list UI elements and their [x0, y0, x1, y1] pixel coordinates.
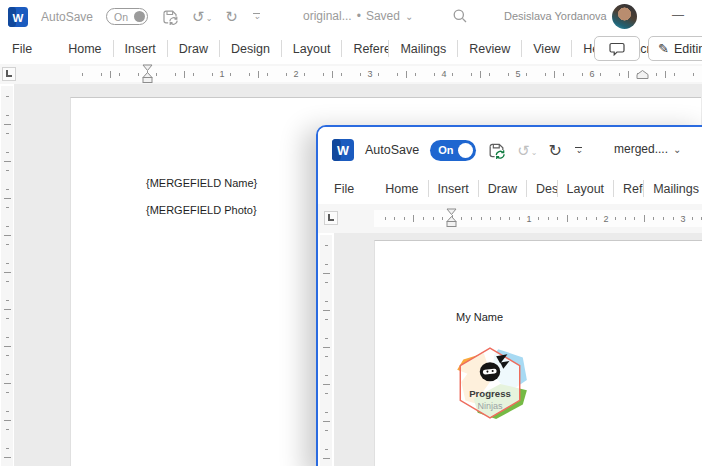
undo-button[interactable]: ↺ ⌄ — [192, 9, 212, 24]
back-titlebar: W AutoSave On ↺ ⌄ ↻ — [0, 0, 702, 33]
tab-mailings[interactable]: Mailings — [644, 182, 702, 196]
autosave-label: AutoSave — [41, 10, 93, 24]
back-ruler-row: 1 2 3 4 5 6 — [0, 64, 702, 84]
toggle-knob — [134, 11, 145, 22]
front-ruler-row: 1 2 3 — [318, 204, 702, 233]
indent-marker-icon[interactable] — [445, 208, 458, 229]
tab-draw[interactable]: Draw — [168, 42, 219, 56]
tab-design[interactable]: Design — [220, 42, 281, 56]
autosave-toggle[interactable]: On — [106, 8, 148, 25]
minimize-button[interactable]: — — [672, 8, 684, 22]
tab-references[interactable]: References — [614, 182, 643, 196]
mergefield-photo-text[interactable]: {MERGEFIELD Photo} — [146, 204, 257, 216]
tab-home[interactable]: Home — [57, 42, 112, 56]
save-icon[interactable] — [161, 8, 179, 26]
save-status: Saved — [366, 9, 400, 23]
tab-file[interactable]: File — [334, 182, 363, 196]
chevron-down-icon: ⌄ — [673, 144, 681, 155]
autosave-label: AutoSave — [365, 143, 419, 157]
chevron-down-icon: ⌄ — [206, 14, 213, 24]
ruler-number: 1 — [524, 214, 533, 223]
ruler-number: 3 — [365, 70, 374, 79]
autosave-toggle-state: On — [438, 144, 453, 156]
front-titlebar: W AutoSave On ↺ ⌄ ↻ — [318, 127, 702, 173]
document-title-dropdown[interactable]: merged.... ⌄ — [614, 142, 681, 156]
ruler-number: 2 — [601, 214, 610, 223]
right-indent-marker-icon[interactable] — [636, 70, 649, 79]
undo-icon: ↺ — [517, 143, 530, 158]
avatar[interactable] — [612, 4, 637, 29]
tab-draw[interactable]: Draw — [479, 182, 526, 196]
redo-button[interactable]: ↻ — [225, 9, 238, 24]
back-horizontal-ruler: 1 2 3 4 5 6 — [70, 66, 702, 82]
autosave-toggle[interactable]: On — [430, 140, 476, 161]
chevron-down-icon: ⌄ — [405, 11, 413, 22]
comments-button[interactable] — [594, 36, 640, 61]
undo-icon: ↺ — [192, 9, 205, 24]
chevron-down-icon: ⌄ — [575, 147, 583, 154]
qat-overflow-button[interactable]: ⌄ — [573, 147, 585, 154]
user-name[interactable]: Desislava Yordanova — [504, 10, 607, 22]
back-vertical-ruler — [1, 86, 13, 466]
ruler-number: 4 — [439, 70, 448, 79]
front-document-page[interactable]: My Name Progress — [374, 240, 702, 466]
front-doc-title: merged.... — [614, 142, 668, 156]
svg-text:W: W — [337, 144, 349, 158]
front-vertical-ruler — [320, 235, 332, 466]
tab-review[interactable]: Review — [458, 42, 521, 56]
screenshot-root: W AutoSave On ↺ ⌄ ↻ — [0, 0, 702, 466]
tab-insert[interactable]: Insert — [114, 42, 167, 56]
front-content-area: My Name Progress — [318, 233, 702, 466]
redo-button[interactable]: ↻ — [549, 143, 562, 158]
toggle-knob — [458, 143, 473, 158]
tab-design[interactable]: Design — [527, 182, 557, 196]
tab-view[interactable]: View — [522, 42, 571, 56]
ruler-number: 5 — [513, 70, 522, 79]
qat-overflow-button[interactable]: ⌄ — [251, 13, 263, 20]
back-doc-title: original... — [303, 9, 352, 23]
document-title-dropdown[interactable]: original... • Saved ⌄ — [303, 9, 413, 23]
tab-insert[interactable]: Insert — [429, 182, 478, 196]
ruler-number: 3 — [678, 214, 687, 223]
ruler-number: 1 — [217, 70, 226, 79]
svg-text:W: W — [13, 11, 24, 23]
tab-home[interactable]: Home — [376, 182, 427, 196]
tab-layout[interactable]: Layout — [558, 182, 614, 196]
ruler-number: 6 — [587, 70, 596, 79]
tab-mailings[interactable]: Mailings — [389, 42, 457, 56]
chevron-down-icon: ⌄ — [253, 13, 261, 20]
pencil-icon: ✎ — [658, 41, 669, 56]
editing-button-label: Editing — [674, 42, 702, 56]
mergefield-name-text[interactable]: {MERGEFIELD Name} — [146, 177, 257, 189]
tab-selector-button[interactable] — [2, 67, 16, 81]
editing-mode-button[interactable]: ✎ Editing — [648, 36, 702, 61]
tab-selector-button[interactable] — [324, 211, 338, 225]
word-logo-icon: W — [8, 7, 28, 27]
front-ribbon-tab-row: File Home Insert Draw Design Layout Refe… — [318, 173, 702, 204]
indent-marker-icon[interactable] — [141, 64, 154, 85]
chevron-down-icon: ⌄ — [531, 148, 538, 158]
front-horizontal-ruler: 1 2 3 — [374, 210, 702, 227]
tab-references[interactable]: References — [342, 42, 388, 56]
tab-file[interactable]: File — [12, 42, 43, 56]
front-word-window: W AutoSave On ↺ ⌄ ↻ — [316, 125, 702, 466]
logo-text-ninjas: Ninjas — [477, 401, 503, 411]
tab-layout[interactable]: Layout — [282, 42, 342, 56]
logo-text-progress: Progress — [469, 388, 511, 399]
status-separator: • — [357, 9, 361, 23]
search-icon[interactable] — [452, 8, 468, 24]
merged-name-text[interactable]: My Name — [456, 311, 503, 323]
progress-ninjas-logo[interactable]: Progress Ninjas — [449, 343, 531, 423]
undo-button[interactable]: ↺ ⌄ — [517, 143, 537, 158]
comment-icon — [609, 42, 625, 56]
word-logo-icon: W — [332, 139, 354, 161]
autosave-toggle-state: On — [114, 11, 128, 23]
save-icon[interactable] — [487, 141, 506, 160]
back-ribbon-tab-row: File Home Insert Draw Design Layout Refe… — [0, 33, 702, 64]
ruler-number: 2 — [291, 70, 300, 79]
